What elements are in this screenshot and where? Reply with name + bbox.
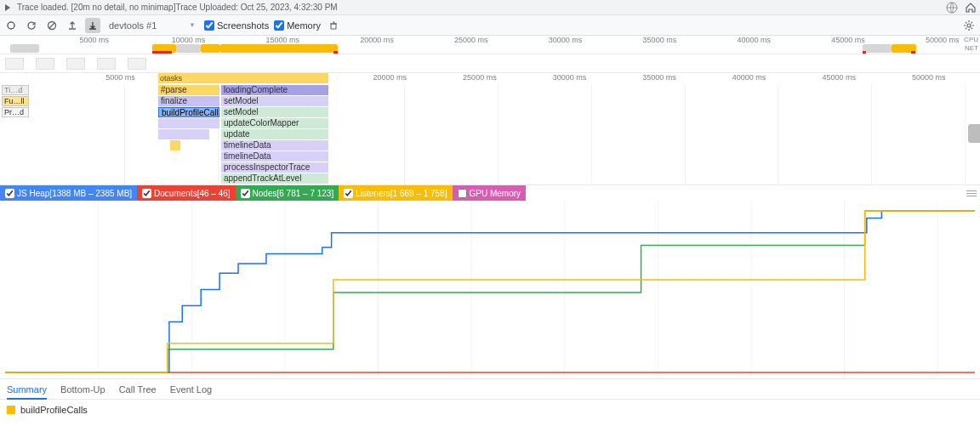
track-label[interactable]: Ti…d <box>2 85 29 95</box>
jsheap-checkbox[interactable] <box>5 189 14 198</box>
jsheap-chip[interactable]: JS Heap[1388 MB – 2385 MB] <box>0 185 137 201</box>
summary-selected-name: buildProfileCalls <box>20 405 88 415</box>
summary-color-swatch <box>7 406 15 414</box>
memory-checkbox[interactable] <box>274 20 284 31</box>
memory-label: Memory <box>287 20 321 31</box>
record-button[interactable] <box>3 18 19 33</box>
tab-calltree[interactable]: Call Tree <box>119 384 157 395</box>
flame-bar[interactable]: update <box>221 129 328 139</box>
collect-garbage-button[interactable] <box>326 18 341 33</box>
flame-bar[interactable] <box>158 129 209 139</box>
flame-bar[interactable]: appendTrackAtLevel <box>221 173 328 184</box>
memory-chart[interactable] <box>0 201 980 379</box>
status-bar: Trace loaded. [20m no detail, no minimap… <box>0 0 980 15</box>
detail-tabs: Summary Bottom-Up Call Tree Event Log <box>0 379 980 400</box>
tab-summary[interactable]: Summary <box>7 384 47 400</box>
chevron-down-icon: ▼ <box>189 21 196 29</box>
listeners-chip[interactable]: Listeners[1 669 – 1 758] <box>339 185 452 201</box>
flame-bar[interactable]: finalize <box>158 96 219 106</box>
flame-bar[interactable]: updateColorMapper <box>221 118 328 128</box>
documents-label: Documents[46 – 46] <box>154 189 231 198</box>
screenshot-thumb[interactable] <box>5 58 24 70</box>
screenshot-thumb[interactable] <box>128 58 146 70</box>
flame-bar[interactable]: setModel <box>221 107 328 117</box>
target-select-label: devtools #1 <box>109 20 157 31</box>
memory-legend: JS Heap[1388 MB – 2385 MB] Documents[46 … <box>0 185 980 201</box>
cpu-label: CPU <box>964 36 978 43</box>
play-icon[interactable] <box>3 3 12 12</box>
tab-bottomup[interactable]: Bottom-Up <box>60 384 105 395</box>
flame-bar[interactable]: #parse <box>158 85 219 95</box>
globe-icon[interactable] <box>946 2 958 14</box>
trace-loaded-text: Trace loaded. <box>17 3 69 12</box>
upload-button[interactable] <box>65 18 80 33</box>
toolbar: devtools #1 ▼ Screenshots Memory <box>0 15 980 36</box>
screenshot-thumb[interactable] <box>66 58 85 70</box>
microtasks-header[interactable]: otasks <box>158 73 328 83</box>
screenshots-label: Screenshots <box>217 20 269 31</box>
flame-chart[interactable]: 5000 ms10000 ms15000 ms20000 ms25000 ms3… <box>0 73 980 185</box>
flame-bar[interactable]: setModel <box>221 96 328 106</box>
track-labels: Ti…d Fu…ll Pr…d <box>2 85 29 118</box>
flame-bar[interactable]: loadingComplete <box>221 85 328 95</box>
nodes-chip[interactable]: Nodes[6 781 – 7 123] <box>236 185 339 201</box>
svg-point-1 <box>8 22 14 29</box>
trace-uploaded-text: Trace Uploaded: Oct 25, 2023, 4:32:30 PM <box>175 3 337 12</box>
overview-timeline[interactable]: 5000 ms10000 ms15000 ms20000 ms25000 ms3… <box>0 36 980 54</box>
track-label[interactable]: Fu…ll <box>2 96 29 106</box>
flame-bar[interactable]: timelineData <box>221 140 328 151</box>
svg-line-3 <box>49 23 54 28</box>
screenshot-thumb[interactable] <box>36 58 54 70</box>
screenshot-thumb[interactable] <box>97 58 116 70</box>
expand-handle[interactable] <box>968 124 980 143</box>
flame-bar[interactable] <box>158 118 219 128</box>
reload-button[interactable] <box>24 18 39 33</box>
memory-toggle[interactable]: Memory <box>274 20 321 31</box>
home-icon[interactable] <box>965 2 977 14</box>
svg-point-5 <box>967 24 971 27</box>
track-label[interactable]: Pr…d <box>2 107 29 117</box>
flame-bar-selected[interactable]: buildProfileCalls <box>158 107 219 117</box>
screenshots-strip[interactable] <box>0 54 980 73</box>
download-button[interactable] <box>85 18 100 33</box>
tab-eventlog[interactable]: Event Log <box>170 384 213 395</box>
summary-panel: buildProfileCalls <box>0 400 980 420</box>
screenshots-toggle[interactable]: Screenshots <box>204 20 269 31</box>
gpu-label: GPU Memory <box>470 189 521 198</box>
flame-bar[interactable] <box>170 140 180 151</box>
clear-button[interactable] <box>44 18 60 33</box>
svg-rect-4 <box>331 24 336 29</box>
gpu-chip[interactable]: GPU Memory <box>453 185 527 201</box>
documents-checkbox[interactable] <box>142 189 151 198</box>
target-select[interactable]: devtools #1 ▼ <box>105 18 199 33</box>
listeners-checkbox[interactable] <box>344 189 353 198</box>
net-label: NET <box>965 44 978 52</box>
nodes-checkbox[interactable] <box>241 189 250 198</box>
documents-chip[interactable]: Documents[46 – 46] <box>137 185 236 201</box>
gpu-checkbox[interactable] <box>458 189 467 198</box>
flame-bar[interactable]: processInspectorTrace <box>221 162 328 173</box>
trace-detail-text: [20m no detail, no minimap] <box>71 3 176 12</box>
listeners-label: Listeners[1 669 – 1 758] <box>356 189 447 198</box>
legend-menu-icon[interactable] <box>963 190 980 196</box>
jsheap-label: JS Heap[1388 MB – 2385 MB] <box>17 189 132 198</box>
flame-bar[interactable]: timelineData <box>221 151 328 162</box>
screenshots-checkbox[interactable] <box>204 20 214 31</box>
nodes-label: Nodes[6 781 – 7 123] <box>253 189 334 198</box>
settings-button[interactable] <box>961 18 977 33</box>
